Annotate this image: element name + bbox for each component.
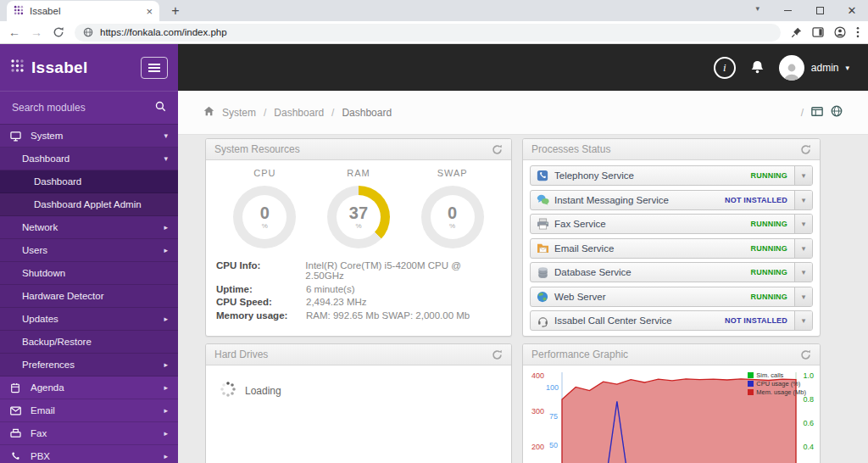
maximize-icon — [816, 7, 824, 14]
language-globe-icon[interactable] — [831, 105, 843, 120]
new-tab-button[interactable]: + — [166, 3, 185, 19]
chevron-right-icon: ▸ — [164, 246, 168, 254]
process-row-fax[interactable]: Fax Service RUNNING ▾ — [530, 214, 813, 234]
process-row-telephony[interactable]: Telephony Service RUNNING ▾ — [530, 165, 813, 186]
panel-performance-graphic: Performance Graphic 400 300 200 100 75 5… — [522, 343, 821, 463]
close-icon: ✕ — [848, 4, 857, 17]
breadcrumb-item-dashboard[interactable]: Dashboard — [274, 107, 324, 119]
side-panel-icon[interactable] — [812, 27, 824, 37]
refresh-icon[interactable] — [492, 144, 503, 155]
browser-tab[interactable]: Issabel × — [7, 1, 159, 21]
refresh-icon[interactable] — [800, 144, 811, 155]
process-row-email[interactable]: Email Service RUNNING ▾ — [530, 238, 813, 259]
process-dropdown-button[interactable]: ▾ — [794, 166, 812, 185]
username-label: admin — [811, 62, 839, 74]
refresh-icon[interactable] — [800, 349, 811, 360]
maximize-button[interactable] — [804, 0, 836, 21]
sidebar-item-email[interactable]: Email ▸ — [0, 399, 178, 422]
process-list: Telephony Service RUNNING ▾ Instant Mess… — [523, 160, 820, 331]
reload-button[interactable] — [53, 26, 64, 38]
close-button[interactable]: ✕ — [836, 0, 868, 21]
process-dropdown-button[interactable]: ▾ — [794, 191, 812, 209]
tab-title: Issabel — [30, 6, 140, 16]
window-controls: ✕ — [771, 0, 868, 21]
status-badge: RUNNING — [751, 171, 787, 180]
tab-list-chevron-icon[interactable]: ▾ — [755, 4, 760, 13]
top-header: i admin ▾ — [178, 44, 868, 91]
site-info-globe-icon[interactable] — [83, 27, 93, 37]
process-dropdown-button[interactable]: ▾ — [794, 239, 812, 258]
panel-title: System Resources — [214, 143, 300, 155]
kebab-menu-icon[interactable] — [856, 26, 860, 38]
sidebar-item-system[interactable]: System ▾ — [0, 125, 178, 148]
status-badge: RUNNING — [751, 244, 787, 253]
legend-item-sim-calls: Sim. calls — [748, 371, 806, 379]
sidebar-item-updates[interactable]: Updates ▸ — [0, 308, 178, 331]
breadcrumb-separator: / — [264, 107, 266, 119]
breadcrumb-separator: / — [801, 107, 804, 119]
panel-processes-status: Processes Status Telephony Service RUNNI… — [522, 138, 821, 337]
chevron-right-icon: ▸ — [164, 429, 168, 438]
favicon-issabel — [14, 3, 24, 19]
sidebar-item-hardware-detector[interactable]: Hardware Detector — [0, 285, 178, 308]
sidebar-item-backup-restore[interactable]: Backup/Restore — [0, 331, 178, 354]
sidebar-item-dashboard-applet-admin[interactable]: Dashboard Applet Admin — [0, 193, 178, 216]
minimize-button[interactable] — [771, 0, 804, 21]
y-tick: 200 — [531, 443, 544, 451]
y-tick: 400 — [531, 372, 544, 380]
report-icon[interactable] — [811, 106, 823, 120]
loading-indicator: Loading — [206, 365, 511, 416]
globe-icon — [531, 291, 554, 303]
extensions-pin-icon[interactable] — [791, 27, 802, 38]
panel-header: Performance Graphic — [523, 344, 820, 365]
legend-swatch — [748, 381, 754, 387]
sidebar-logo-row: Issabel — [0, 44, 178, 91]
process-row-web-server[interactable]: Web Server RUNNING ▾ — [530, 287, 813, 307]
address-bar[interactable]: https://fonkala.com/index.php — [75, 24, 781, 42]
info-row-memory: Memory usage: RAM: 992.65 Mb SWAP: 2,000… — [216, 310, 501, 321]
sidebar-item-agenda[interactable]: Agenda ▸ — [0, 377, 178, 399]
panel-title: Processes Status — [531, 143, 610, 155]
user-menu[interactable]: admin ▾ — [779, 55, 849, 81]
notifications-bell-icon[interactable] — [749, 59, 765, 75]
sidebar-item-users[interactable]: Users ▸ — [0, 239, 178, 262]
breadcrumb-item-current: Dashboard — [342, 107, 392, 119]
home-icon[interactable] — [203, 106, 214, 119]
process-dropdown-button[interactable]: ▾ — [794, 311, 812, 330]
logo-dots-icon — [10, 59, 25, 77]
sidebar-item-fax[interactable]: Fax ▸ — [0, 422, 178, 445]
gauge-row: CPU 0 % RAM 37 % — [206, 160, 511, 248]
process-row-database[interactable]: Database Service RUNNING ▾ — [530, 262, 813, 282]
process-dropdown-button[interactable]: ▾ — [794, 215, 812, 233]
sidebar-toggle-button[interactable] — [141, 57, 168, 79]
spinner-icon — [220, 381, 236, 400]
sidebar-item-shutdown[interactable]: Shutdown — [0, 262, 178, 285]
browser-profile-icon[interactable] — [834, 26, 846, 38]
sidebar-item-network[interactable]: Network ▸ — [0, 216, 178, 239]
tab-close-icon[interactable]: × — [146, 6, 153, 17]
info-button[interactable]: i — [714, 57, 736, 79]
user-avatar — [779, 55, 804, 81]
sidebar-item-pbx[interactable]: PBX ▸ — [0, 445, 178, 463]
sidebar: Issabel Search modules System ▾ Dashboar… — [0, 44, 178, 463]
chat-icon — [531, 194, 554, 205]
search-modules-input[interactable]: Search modules — [0, 91, 178, 125]
sidebar-item-dashboard-group[interactable]: Dashboard ▾ — [0, 148, 178, 170]
status-badge: NOT INSTALLED — [725, 316, 787, 325]
breadcrumb-item-system[interactable]: System — [222, 107, 256, 119]
ram-gauge: RAM 37 % — [316, 168, 401, 248]
main-content: System Resources CPU 0 % RAM — [178, 135, 868, 463]
legend-swatch — [748, 389, 754, 395]
sidebar-item-preferences[interactable]: Preferences ▸ — [0, 354, 178, 377]
process-row-call-center[interactable]: Issabel Call Center Service NOT INSTALLE… — [530, 310, 813, 331]
process-dropdown-button[interactable]: ▾ — [794, 287, 812, 306]
sidebar-item-dashboard[interactable]: Dashboard — [0, 170, 178, 193]
back-button[interactable]: ← — [8, 26, 20, 38]
browser-chrome: Issabel × + ▾ ✕ ← → https://fonkala.com/… — [0, 0, 868, 44]
forward-button[interactable]: → — [31, 26, 42, 38]
refresh-icon[interactable] — [492, 349, 503, 360]
process-dropdown-button[interactable]: ▾ — [794, 263, 812, 282]
process-row-instant-messaging[interactable]: Instant Messaging Service NOT INSTALLED … — [530, 190, 813, 210]
info-row-cpu-speed: CPU Speed: 2,494.23 MHz — [216, 297, 501, 307]
panel-header: System Resources — [206, 139, 511, 160]
